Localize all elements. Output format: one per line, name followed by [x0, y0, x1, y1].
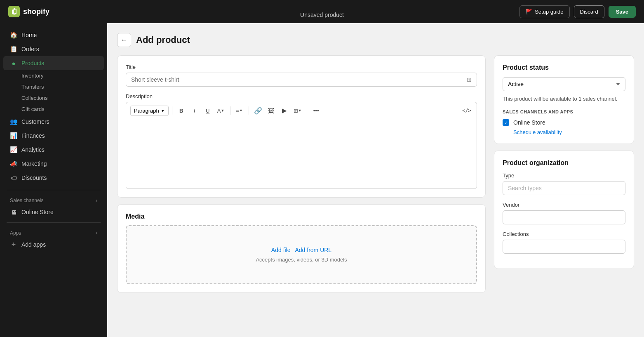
logo: shopify: [8, 6, 49, 17]
description-editor-body[interactable]: [126, 119, 477, 189]
product-organization-title: Product organization: [503, 159, 625, 167]
vendor-input[interactable]: [503, 210, 625, 224]
sidebar-item-customers-label: Customers: [21, 118, 49, 125]
description-field-label: Description: [126, 93, 477, 99]
collections-field-label: Collections: [503, 231, 625, 237]
online-store-channel-name: Online Store: [513, 119, 545, 126]
setup-guide-button[interactable]: 🚩 Setup guide: [519, 5, 569, 18]
sidebar-item-finances[interactable]: 📊 Finances: [3, 129, 104, 143]
sidebar-item-collections[interactable]: Collections: [3, 92, 104, 104]
status-select[interactable]: Active Draft: [503, 77, 625, 91]
apps-header[interactable]: Apps ›: [3, 226, 104, 238]
underline-button[interactable]: U: [202, 105, 214, 116]
type-input[interactable]: [503, 181, 625, 195]
main-nav: 🏠 Home 📋 Orders ● Products Inventory Tra…: [0, 26, 107, 186]
toolbar-divider-3: [249, 106, 249, 115]
sidebar-item-marketing[interactable]: 📣 Marketing: [3, 157, 104, 171]
save-button[interactable]: Save: [609, 6, 636, 18]
online-store-icon: 🖥: [10, 208, 17, 216]
sidebar-item-add-apps[interactable]: + Add apps: [3, 238, 104, 252]
setup-guide-label: Setup guide: [535, 9, 563, 15]
sidebar-item-home-label: Home: [21, 32, 37, 38]
main-content: ← Add product Title ⊞ Description Par: [107, 23, 644, 337]
sidebar-divider-2: [7, 222, 101, 223]
products-icon: ●: [10, 59, 17, 67]
customers-icon: 👥: [10, 118, 17, 125]
sidebar-item-products-label: Products: [21, 60, 44, 66]
upload-links: Add file Add from URL: [135, 247, 468, 253]
sidebar-item-marketing-label: Marketing: [21, 160, 47, 167]
logo-text: shopify: [23, 7, 49, 16]
sales-channels-label: Sales channels: [10, 198, 43, 203]
toolbar-divider-4: [307, 106, 307, 115]
schedule-availability-link[interactable]: Schedule availability: [503, 129, 625, 135]
table-button[interactable]: ⊞ ▼: [292, 105, 303, 116]
sidebar-divider-1: [7, 190, 101, 190]
vendor-field: Vendor: [503, 202, 625, 224]
topbar: shopify Unsaved product 🚩 Setup guide Di…: [0, 0, 644, 23]
back-arrow-icon: ←: [121, 36, 127, 44]
media-card: Media Add file Add from URL Accepts imag…: [117, 204, 486, 293]
title-input-wrapper: ⊞: [126, 73, 477, 87]
align-button[interactable]: ≡ ▼: [234, 105, 245, 116]
discard-button[interactable]: Discard: [574, 5, 604, 18]
sidebar-item-customers[interactable]: 👥 Customers: [3, 115, 104, 129]
add-apps-label: Add apps: [21, 241, 46, 248]
text-color-button[interactable]: A ▼: [215, 105, 227, 116]
link-button[interactable]: 🔗: [252, 105, 264, 116]
toolbar-divider-2: [230, 106, 230, 115]
add-apps-icon: +: [10, 241, 17, 248]
sidebar-item-inventory[interactable]: Inventory: [3, 70, 104, 81]
upload-separator: [292, 247, 294, 253]
title-description-card: Title ⊞ Description Paragraph ▼ B I: [117, 55, 486, 198]
italic-button[interactable]: I: [189, 105, 200, 116]
title-input-icon: ⊞: [467, 76, 472, 83]
page-header: ← Add product: [117, 33, 634, 47]
sales-channels-section: SALES CHANNELS AND APPS ✓ Online Store S…: [503, 109, 625, 135]
home-icon: 🏠: [10, 31, 17, 39]
upload-hint: Accepts images, videos, or 3D models: [135, 257, 468, 263]
add-url-link[interactable]: Add from URL: [295, 247, 331, 253]
orders-icon: 📋: [10, 45, 17, 53]
sidebar-item-transfers[interactable]: Transfers: [3, 81, 104, 92]
sidebar-item-orders-label: Orders: [21, 46, 39, 52]
video-button[interactable]: ▶: [279, 105, 290, 116]
marketing-icon: 📣: [10, 160, 17, 167]
discounts-icon: 🏷: [10, 174, 17, 181]
collections-input[interactable]: [503, 240, 625, 254]
sales-channels-header[interactable]: Sales channels ›: [3, 193, 104, 205]
add-file-link[interactable]: Add file: [271, 247, 291, 253]
status-hint: This product will be available to 1 sale…: [503, 95, 625, 103]
page-document-title: Unsaved product: [300, 12, 344, 18]
sidebar-item-discounts-label: Discounts: [21, 174, 47, 181]
checkbox-check-icon: ✓: [504, 120, 508, 125]
sidebar-item-products[interactable]: ● Products: [3, 56, 104, 70]
sidebar-item-online-store[interactable]: 🖥 Online Store: [3, 205, 104, 219]
right-panel: Product status Active Draft This product…: [494, 55, 634, 276]
paragraph-select[interactable]: Paragraph ▼: [130, 106, 169, 116]
text-color-icon: A: [217, 108, 221, 114]
dropdown-arrow-icon: ▼: [161, 108, 165, 113]
chevron-right-icon-2: ›: [96, 230, 97, 236]
sidebar-item-discounts[interactable]: 🏷 Discounts: [3, 171, 104, 185]
code-button[interactable]: </>: [461, 105, 472, 116]
sidebar-item-gift-cards[interactable]: Gift cards: [3, 104, 104, 115]
sidebar-item-home[interactable]: 🏠 Home: [3, 28, 104, 42]
editor-toolbar: Paragraph ▼ B I U A ▼ ≡: [126, 102, 477, 119]
online-store-label: Online Store: [21, 209, 54, 215]
type-field: Type: [503, 172, 625, 195]
sidebar-item-orders[interactable]: 📋 Orders: [3, 42, 104, 56]
dropdown-arrow-icon-2: ▼: [221, 108, 225, 113]
sidebar: 🏠 Home 📋 Orders ● Products Inventory Tra…: [0, 23, 107, 337]
sidebar-item-analytics-label: Analytics: [21, 146, 45, 153]
apps-label: Apps: [10, 230, 21, 236]
bold-button[interactable]: B: [176, 105, 187, 116]
analytics-icon: 📈: [10, 146, 17, 153]
app-body: 🏠 Home 📋 Orders ● Products Inventory Tra…: [0, 23, 644, 337]
online-store-checkbox[interactable]: ✓: [503, 119, 509, 126]
sidebar-item-analytics[interactable]: 📈 Analytics: [3, 143, 104, 157]
back-button[interactable]: ←: [117, 33, 131, 47]
image-button[interactable]: 🖼: [266, 105, 277, 116]
more-button[interactable]: •••: [310, 105, 322, 116]
title-input[interactable]: [131, 76, 467, 83]
